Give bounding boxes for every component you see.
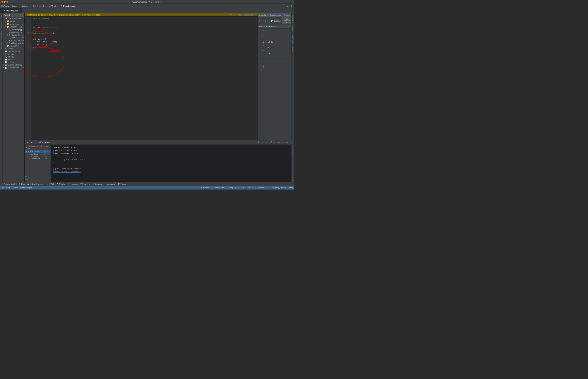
- run-output[interactable]: Testing started at 12:51 ... Building "A…: [51, 145, 291, 182]
- add-to-cmake-link[interactable]: Add to CMake Project: [238, 14, 256, 16]
- scroll-down-icon[interactable]: ↓: [292, 149, 294, 151]
- project-label: Project: [4, 14, 10, 16]
- bt-vcpkg[interactable]: 📦 Vcpkg: [118, 183, 126, 185]
- run-tree-item-results[interactable]: ▼ ✗ Test Results 867 ms: [25, 150, 50, 153]
- testcase-title: Sample Testcase #1: [259, 26, 276, 28]
- run-close-icon[interactable]: ×: [290, 141, 293, 144]
- run-terminal-icon[interactable]: ⌨: [25, 178, 50, 180]
- vtab-leetcode[interactable]: Leet Code: [0, 40, 2, 50]
- minimize-button[interactable]: [4, 1, 6, 3]
- run-sort2-icon[interactable]: ⇆: [261, 141, 264, 144]
- scroll-up-icon[interactable]: ↑: [292, 145, 294, 148]
- run-panel-right-ctrl: ↑ ↓ ⇕ 🖨 🗑: [291, 145, 294, 182]
- tree-vscode[interactable]: ▶ 📁 .vscode: [3, 20, 24, 23]
- bt-problems[interactable]: ⚠ Problems: [67, 183, 78, 185]
- bt-todo[interactable]: ☰ TODO: [47, 183, 55, 185]
- tree-cmake-build[interactable]: ▶ 📁 cmake-build-debug: [3, 23, 24, 25]
- run-filter-icon[interactable]: ≡: [265, 141, 268, 144]
- workspace-label[interactable]: MyCppWorkSpace: [1, 5, 17, 7]
- breadcrumb-file[interactable]: A_Desorting.cpp: [61, 5, 75, 7]
- bt-services[interactable]: ⚙ Services: [93, 183, 102, 185]
- tree-test-in[interactable]: 📄 test.in: [3, 58, 24, 61]
- tab-close-icon[interactable]: ×: [19, 10, 20, 12]
- maximize-button[interactable]: [6, 1, 8, 3]
- run-error-icon: ✗: [26, 146, 27, 148]
- bt-run[interactable]: ▶ Run: [19, 183, 25, 185]
- run-tab-close[interactable]: ×: [53, 141, 54, 143]
- tree-b-fib[interactable]: C B_Fibonaccharsis.cpp: [3, 31, 24, 34]
- output-line-numbers: 1 2 3 4 5: [259, 59, 262, 74]
- vtab-bookmarks[interactable]: Bookmarks: [0, 30, 2, 40]
- tree-d-imbal[interactable]: C D_Imbalanced_Arrays.cpp: [3, 36, 24, 39]
- project-header: Project ⚙ ×: [3, 13, 24, 17]
- tree-c-ntarsis[interactable]: C C_Ntarsis_Set.cpp: [3, 34, 24, 36]
- code-content[interactable]: // A. Desorting #include<bits/stdc++.h> …: [31, 16, 258, 140]
- run-tree-item-testcase[interactable]: ✗ Sample Testcase #1 867 ms: [25, 155, 50, 160]
- run-stop-button[interactable]: ■: [30, 141, 33, 144]
- cpp-icon: C: [7, 42, 8, 44]
- run-icon[interactable]: ▶: [287, 5, 289, 7]
- run-sort-icon[interactable]: ⇅: [257, 141, 260, 144]
- run-pin-icon[interactable]: 📌: [270, 141, 272, 144]
- sidebar-settings-icon[interactable]: ⚙: [20, 14, 21, 16]
- run-wrap-icon[interactable]: ↩: [277, 141, 281, 144]
- terminal-icon: ⌨: [80, 183, 83, 185]
- run-expand-icon[interactable]: ⤢: [273, 141, 276, 144]
- close-button[interactable]: [1, 1, 3, 3]
- main-body: Project Structure Bookmarks Leet Code Pr…: [0, 13, 294, 182]
- rvt-github[interactable]: GitHub Copilot: [292, 33, 294, 45]
- testcase-collapse-icon[interactable]: −: [289, 26, 290, 28]
- bt-cmake[interactable]: ⚑ CMake: [57, 183, 65, 185]
- tree-main-py[interactable]: 🐍 main.py: [3, 55, 24, 58]
- run-scroll-icon[interactable]: ⬇: [282, 141, 285, 144]
- run-action-icon[interactable]: ⚙: [25, 175, 50, 177]
- run-tree-item-a-desorting[interactable]: ▼ ✗ A_Desorting 867 ms: [25, 153, 50, 155]
- settings-icon[interactable]: ⚙: [291, 5, 293, 7]
- run-play-button[interactable]: ▶: [26, 141, 29, 144]
- bt-python-packages[interactable]: 🐍 Python Packages: [27, 183, 45, 185]
- tree-ext-libs[interactable]: ▶ 📚 External Libraries: [3, 63, 24, 66]
- window-controls[interactable]: [1, 1, 8, 3]
- status-line-col: 5:21: [241, 187, 244, 189]
- bottom-toolbar: ⎇ Version Control ▶ Run 🐍 Python Package…: [0, 182, 294, 186]
- rvt-database[interactable]: Database: [292, 24, 294, 33]
- print-icon[interactable]: 🖨: [291, 176, 294, 178]
- tree-main-cpp[interactable]: C main.cpp: [3, 53, 24, 55]
- autocp-settings[interactable]: Settings: [284, 14, 290, 16]
- todo-icon: ☰: [47, 183, 48, 185]
- code-line-4: #include<bits/stdc++.h>: [33, 26, 255, 29]
- tree-scratches[interactable]: ▶ 📝 Scratches and Consoles: [3, 66, 24, 69]
- tab-a-desorting[interactable]: C A_Desorting.cpp ×: [0, 8, 22, 13]
- tree-root[interactable]: ▼ 📁 MyCppWorkSpace: [3, 17, 24, 20]
- tree-a-desorting[interactable]: C A_Desorting.cpp: [3, 28, 24, 31]
- code-editor[interactable]: 3 4 5 4 5 7 8 9 10 11 // A. De: [25, 16, 258, 140]
- tree-test-out[interactable]: 📄 test.out: [3, 61, 24, 63]
- breadcrumb-project[interactable]: Codeforces - Codeforces Round 887 Div 2: [21, 5, 56, 7]
- run-status-text: Tests failed: 1 of 1 test – 867 ms: [28, 145, 49, 149]
- tree-e-ina[interactable]: C E_Ina_of_the_Mountain.cpp: [3, 39, 24, 42]
- cpp-icon: C: [5, 53, 6, 55]
- bt-messages[interactable]: ✉ Messages: [105, 183, 115, 185]
- run-error-icon4: ✗: [29, 157, 31, 159]
- bt-version-control[interactable]: ⎇ Version Control: [1, 183, 17, 185]
- output-diff-link[interactable]: <Click to see difference>: [53, 170, 289, 173]
- run-settings-icon[interactable]: ⚙: [286, 141, 289, 144]
- tree-f-mir[interactable]: C F_Miriany_and_Matchstick.cpp: [3, 42, 24, 45]
- run-rerun-button[interactable]: ↺: [34, 141, 37, 144]
- reset-testcases-button[interactable]: Reset Sample Testcases: [282, 17, 292, 24]
- vtab-structure[interactable]: Structure: [0, 21, 2, 30]
- rvt-autocp[interactable]: AutoCp: [292, 46, 294, 53]
- sidebar-close-icon[interactable]: ×: [22, 14, 23, 16]
- file-icon: 📄: [5, 59, 7, 61]
- tree-codeforces-folder[interactable]: ▼ 📁 Codeforces - Codeforces Round 887 Di…: [3, 25, 24, 28]
- tree-autocp[interactable]: ⊙ .autocp: [3, 47, 24, 50]
- tree-cmakelists[interactable]: 📄 CMakeLists.txt: [3, 50, 24, 53]
- rvt-notifications[interactable]: Notifications: [292, 14, 294, 24]
- vtab-project[interactable]: Project: [0, 13, 2, 21]
- run-tab-a-desorting[interactable]: A. Desorting ×: [38, 140, 56, 144]
- bt-terminal[interactable]: ⌨ Terminal: [80, 183, 91, 185]
- tree-main-dsym[interactable]: ▶ 📁 main.dSYM: [3, 45, 24, 47]
- trash-icon[interactable]: 🗑: [291, 179, 294, 182]
- output-line-4: [53, 155, 289, 158]
- scroll-all-icon[interactable]: ⇕: [292, 152, 294, 155]
